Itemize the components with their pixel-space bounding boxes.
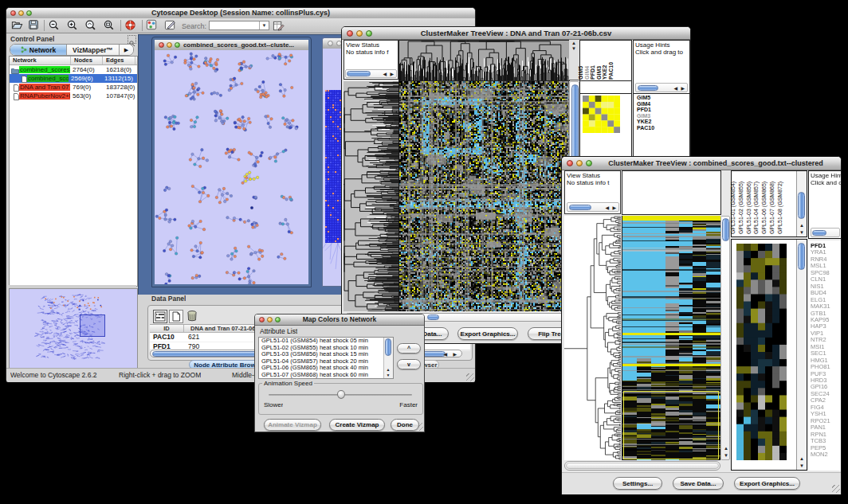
delete-attribute-icon[interactable] — [186, 310, 198, 322]
tv1-zoom-heatmap[interactable] — [583, 96, 620, 133]
tv2-heatmap-vscrollbar[interactable]: ▲ ▼ — [720, 216, 730, 460]
scroll-left-arrow[interactable]: ◀ — [383, 72, 387, 76]
search-input[interactable]: ▼ — [209, 21, 269, 30]
network-table-header[interactable]: Edges — [103, 57, 135, 64]
tv1-status-hscrollbar[interactable]: ◀ ▶ — [345, 69, 397, 78]
vizmapper-ring-icon[interactable] — [124, 19, 137, 32]
zoom-out-icon[interactable] — [48, 19, 61, 32]
tv1-column-dendrogram[interactable] — [398, 40, 570, 81]
scrollbar-thumb[interactable] — [571, 84, 579, 162]
network-table-row[interactable]: combined_sco2569(6)13112(15) — [10, 74, 137, 83]
scroll-up-arrow[interactable]: ▲ — [387, 368, 391, 372]
scroll-right-arrow[interactable]: ▶ — [453, 352, 457, 357]
scroll-right-arrow[interactable]: ▶ — [612, 205, 616, 210]
network-window-1-titlebar[interactable]: combined_scores_good.txt--cluste... — [155, 40, 308, 51]
tv2-status-hscrollbar[interactable]: ◀ ▶ — [567, 202, 619, 212]
tv2-heatmap[interactable] — [622, 216, 720, 460]
zoom-button[interactable] — [26, 10, 32, 16]
attribute-list-item[interactable]: GPL51-06 (GSM865) heat shock 40 min — [259, 365, 384, 372]
tv2-save-data-button[interactable]: Save Data... — [673, 477, 724, 490]
network-table-row[interactable]: RNAPuberNov2+N563(0)107847(0) — [10, 92, 137, 100]
tv1-hints-hscrollbar[interactable]: ◀ ▶ — [635, 83, 688, 92]
treeview2-titlebar[interactable]: ClusterMaker TreeView : combined_scores_… — [562, 157, 841, 170]
network-view-1[interactable] — [155, 50, 308, 284]
scroll-up-arrow[interactable]: ▲ — [724, 446, 728, 451]
float-panel-icon[interactable] — [128, 35, 136, 44]
tv1-heatmap[interactable] — [398, 81, 569, 311]
scrollbar-thumb[interactable] — [427, 315, 439, 320]
tv2-heatmap-hscrollbar[interactable] — [564, 461, 720, 471]
scroll-down-arrow[interactable]: ▼ — [724, 453, 728, 458]
dialog-titlebar[interactable]: Map Colors to Network — [255, 315, 424, 326]
scroll-down-arrow[interactable]: ▼ — [387, 373, 391, 377]
move-down-button[interactable]: v — [397, 359, 421, 369]
attribute-editor-icon[interactable] — [273, 20, 285, 33]
scrollbar-thumb[interactable] — [569, 205, 591, 210]
tv2-resize-grip[interactable] — [832, 485, 840, 493]
close-button[interactable] — [567, 160, 573, 166]
done-button[interactable]: Done — [391, 419, 419, 431]
scroll-up-arrow[interactable]: ▲ — [799, 223, 804, 228]
minimize-button[interactable] — [576, 160, 583, 166]
tv2-zoom-vscrollbar[interactable]: ▲ ▼ — [796, 240, 807, 470]
scroll-down-arrow[interactable]: ▼ — [799, 230, 804, 235]
close-button[interactable] — [259, 317, 265, 322]
move-up-button[interactable]: ^ — [397, 343, 421, 354]
slider-thumb[interactable] — [337, 390, 345, 399]
tv2-hints-hscrollbar[interactable] — [811, 228, 840, 237]
tab-network[interactable]: Network — [10, 45, 67, 55]
minimize-button[interactable] — [18, 10, 24, 16]
zoom-button[interactable] — [275, 317, 281, 322]
scroll-left-arrow[interactable]: ◀ — [673, 86, 677, 91]
attribute-list-item[interactable]: GPL51-04 (GSM857) heat shock 20 min — [259, 358, 384, 365]
zoom-in-icon[interactable] — [66, 19, 79, 32]
zoom-selected-icon[interactable] — [84, 19, 97, 32]
zoom-button[interactable] — [366, 30, 372, 37]
search-dropdown-arrow[interactable]: ▼ — [259, 21, 269, 29]
scroll-down-arrow[interactable]: ▼ — [799, 463, 804, 468]
open-folder-icon[interactable] — [11, 19, 24, 32]
network-table-header[interactable]: Nodes — [71, 57, 103, 64]
save-icon[interactable] — [28, 19, 41, 32]
tab-vizmapper[interactable]: VizMapper™ — [67, 45, 120, 55]
tv1-dendro-up-arrow[interactable]: ▲ — [571, 41, 576, 45]
close-button[interactable] — [328, 41, 333, 46]
select-attributes-icon[interactable] — [153, 310, 167, 323]
zoom-fit-icon[interactable] — [103, 19, 116, 32]
close-button[interactable] — [347, 30, 353, 37]
scroll-left-arrow[interactable]: ◀ — [605, 205, 609, 210]
close-button[interactable] — [10, 10, 16, 16]
tv1-row-dendrogram[interactable] — [344, 81, 398, 311]
zoom-button[interactable] — [175, 42, 180, 48]
tv2-zoom-heatmap[interactable] — [736, 244, 787, 460]
tv1-export-graphics-button[interactable]: Export Graphics... — [457, 327, 518, 340]
minimize-button[interactable] — [356, 30, 363, 37]
attribute-list-item[interactable]: GPL51-03 (GSM856) heat shock 15 min — [259, 351, 384, 358]
treeview1-titlebar[interactable]: ClusterMaker TreeView : DNA and Tran 07-… — [342, 27, 690, 40]
scroll-right-arrow[interactable]: ▶ — [681, 86, 685, 91]
scrollbar-thumb[interactable] — [812, 230, 826, 236]
new-attribute-icon[interactable] — [169, 310, 183, 323]
scrollbar-thumb[interactable] — [798, 243, 805, 270]
tv2-row-dendrogram[interactable] — [564, 216, 621, 460]
close-button[interactable] — [159, 42, 164, 48]
tab-overflow-arrow[interactable]: ▶ — [120, 45, 133, 55]
create-vizmap-button[interactable]: Create Vizmap — [329, 419, 385, 431]
scrollbar-thumb[interactable] — [638, 85, 658, 91]
network-overview-panel[interactable] — [9, 288, 138, 369]
animate-vizmap-button[interactable]: Animate Vizmap — [264, 419, 321, 431]
attribute-list-item[interactable]: GPL51-07 (GSM868) heat shock 60 min — [259, 372, 384, 379]
zoom-button[interactable] — [586, 160, 592, 166]
attr-col-header-id[interactable]: ID — [150, 325, 184, 332]
resize-grip[interactable] — [466, 373, 474, 381]
tv2-col-labels-vscrollbar[interactable]: ▲ ▼ — [796, 171, 807, 236]
scrollbar-thumb[interactable] — [722, 218, 729, 241]
cytoscape-titlebar[interactable]: Cytoscape Desktop (Session Name: collins… — [6, 8, 475, 19]
network-table-row[interactable]: DNA and Tran 07769(0)183728(0) — [10, 83, 137, 92]
scrollbar-thumb[interactable] — [566, 463, 719, 469]
annotation-icon[interactable] — [164, 19, 177, 32]
scrollbar-thumb[interactable] — [347, 71, 371, 76]
network-window-1[interactable]: combined_scores_good.txt--cluste... — [152, 37, 311, 287]
network-table-row[interactable]: combined_scores_2764(0)16218(0) — [10, 65, 137, 74]
attribute-list-item[interactable]: GPL51-02 (GSM855) heat shock 10 min — [259, 345, 384, 352]
